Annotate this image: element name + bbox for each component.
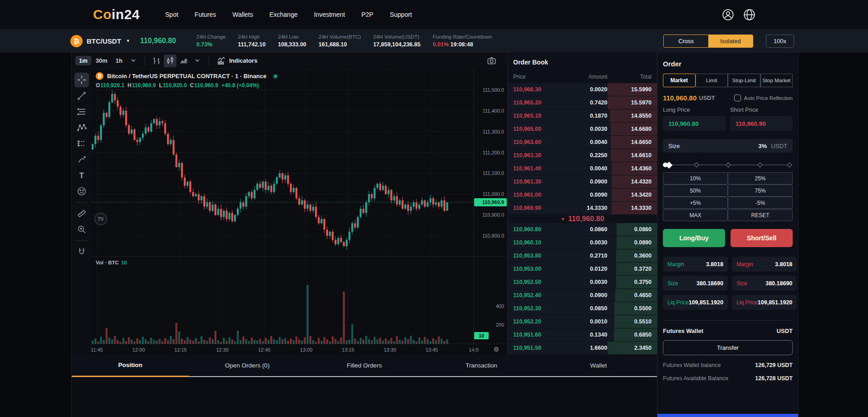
ticker-stat: Funding Rate/Countdown0.01% 19:08:48	[433, 34, 492, 48]
size-button-max[interactable]: MAX	[663, 209, 728, 221]
tab-filled-orders[interactable]: Filled Orders	[306, 354, 423, 377]
magnet-icon[interactable]	[74, 244, 89, 259]
tab-position[interactable]: Position	[72, 354, 189, 377]
style-more-chevron-icon[interactable]	[191, 55, 204, 67]
nav-item-wallets[interactable]: Wallets	[232, 11, 253, 18]
logo[interactable]: Coin24	[93, 7, 140, 22]
language-globe-icon[interactable]	[743, 9, 755, 21]
ask-row[interactable]: 110,965.000.003014.6680	[508, 123, 657, 135]
ask-row[interactable]: 110,961.300.090014.4320	[508, 175, 657, 188]
bar-chart-icon[interactable]	[150, 55, 163, 67]
nav-item-p2p[interactable]: P2P	[361, 11, 373, 18]
timeframe-more-chevron-icon[interactable]	[127, 55, 140, 67]
order-type-limit[interactable]: Limit	[696, 74, 728, 87]
short-sell-button[interactable]: Short/Sell	[731, 229, 793, 247]
emoji-icon[interactable]	[74, 184, 89, 199]
size-percent: 3%	[758, 143, 767, 149]
leverage-button[interactable]: 100x	[766, 35, 794, 48]
current-price-row[interactable]: ▼ 110,960.80	[508, 215, 657, 223]
order-type-tabs: MarketLimitStop-LimitStop Market	[663, 74, 793, 87]
isolated-button[interactable]: Isolated	[708, 35, 753, 47]
crosshair-icon[interactable]	[74, 73, 89, 87]
bid-row[interactable]: 110,960.800.08600.0860	[508, 223, 657, 236]
slider-stop-50[interactable]	[726, 162, 731, 167]
order-type-market[interactable]: Market	[663, 74, 696, 87]
bid-row[interactable]: 110,952.500.00300.3750	[508, 276, 657, 288]
tradingview-watermark[interactable]: TV	[94, 213, 107, 225]
candles-icon[interactable]	[164, 55, 177, 67]
ask-row[interactable]: 110,960.9014.333014.3330	[508, 202, 657, 214]
order-type-stop-limit[interactable]: Stop-Limit	[728, 74, 760, 87]
size-button--5-[interactable]: -5%	[728, 197, 793, 209]
ask-row[interactable]: 110,965.100.187014.8550	[508, 109, 657, 122]
brush-icon[interactable]	[74, 152, 89, 167]
timeframe-1m[interactable]: 1m	[75, 56, 91, 65]
bid-row[interactable]: 110,951.501.66002.3450	[508, 342, 657, 354]
area-chart-icon[interactable]	[177, 55, 190, 67]
account-icon[interactable]	[722, 9, 734, 21]
zoom-in-icon[interactable]	[74, 222, 89, 237]
nav-item-investment[interactable]: Investment	[314, 11, 345, 18]
transfer-button[interactable]: Transfer	[663, 340, 793, 355]
ask-row[interactable]: 110,961.000.009014.3420	[508, 189, 657, 201]
slider-stop-100[interactable]	[787, 162, 792, 167]
trend-line-icon[interactable]	[74, 89, 89, 103]
nav-item-spot[interactable]: Spot	[165, 11, 178, 18]
bid-row[interactable]: 110,960.100.00300.0890	[508, 236, 657, 249]
bid-row[interactable]: 110,953.800.27100.3600	[508, 249, 657, 262]
pair-selector[interactable]: ₿ BTC/USDT ▼	[70, 35, 130, 47]
screenshot-camera-icon[interactable]	[487, 56, 496, 65]
size-quick-buttons: 10%25%50%75%+5%-5%MAXRESET	[663, 172, 793, 221]
auto-price-reflection[interactable]: Auto Price Reflection	[734, 94, 793, 101]
ask-row[interactable]: 110,963.300.225014.6610	[508, 149, 657, 162]
long-buy-button[interactable]: Long/Buy	[663, 229, 725, 247]
candlestick-chart[interactable]: 111,500.0111,400.0111,300.0111,200.0111,…	[91, 69, 507, 354]
timeframe-1h[interactable]: 1h	[112, 56, 126, 65]
tab-wallet[interactable]: Wallet	[540, 354, 657, 377]
text-icon[interactable]: T	[74, 168, 89, 183]
long-position-icon[interactable]	[74, 136, 89, 151]
slider-stop-25[interactable]	[694, 162, 699, 167]
main-nav: SpotFuturesWalletsExchangeInvestmentP2PS…	[165, 11, 412, 18]
bid-row[interactable]: 110,952.300.08500.5500	[508, 302, 657, 315]
legend-status-dot[interactable]	[273, 74, 278, 79]
bid-row[interactable]: 110,953.000.01200.3720	[508, 263, 657, 275]
size-button-10-[interactable]: 10%	[663, 172, 728, 184]
slider-stop-75[interactable]	[758, 162, 763, 167]
ask-row[interactable]: 110,965.200.742015.5970	[508, 96, 657, 109]
ask-row[interactable]: 110,966.300.002015.5990	[508, 83, 657, 96]
size-button--5-[interactable]: +5%	[663, 197, 728, 209]
cross-button[interactable]: Cross	[664, 35, 708, 47]
chart-canvas[interactable]: 111,500.0111,400.0111,300.0111,200.0111,…	[91, 69, 507, 354]
auto-price-checkbox[interactable]	[734, 94, 741, 101]
stat-value: 111,742.10	[238, 41, 265, 48]
svg-text:11:45: 11:45	[91, 347, 103, 352]
tab-transaction[interactable]: Transaction	[423, 354, 540, 377]
size-button-reset[interactable]: RESET	[728, 209, 793, 221]
bid-row[interactable]: 110,951.600.13400.6850	[508, 328, 657, 341]
svg-text:12:00: 12:00	[132, 347, 145, 352]
long-price-label: Long Price	[663, 107, 726, 113]
fib-retracement-icon[interactable]	[74, 104, 89, 119]
short-price-input[interactable]: 110,960.90	[730, 116, 793, 131]
timeframe-30m[interactable]: 30m	[92, 56, 111, 65]
nav-item-futures[interactable]: Futures	[195, 11, 216, 18]
size-button-50-[interactable]: 50%	[663, 184, 728, 197]
nav-item-support[interactable]: Support	[390, 11, 412, 18]
order-type-stop-market[interactable]: Stop Market	[760, 74, 793, 87]
size-button-75-[interactable]: 75%	[728, 184, 793, 197]
ask-row[interactable]: 110,963.600.004014.6650	[508, 136, 657, 149]
indicators-button[interactable]: Indicators	[217, 56, 257, 65]
ruler-icon[interactable]	[74, 206, 89, 221]
xabcd-pattern-icon[interactable]	[74, 120, 89, 135]
ask-row[interactable]: 110,961.400.004014.4360	[508, 162, 657, 175]
long-price-input[interactable]: 110,960.80	[663, 116, 726, 131]
bid-row[interactable]: 110,952.400.09000.4650	[508, 289, 657, 302]
nav-item-exchange[interactable]: Exchange	[270, 11, 298, 18]
axis-settings-gear-icon[interactable]: ⚙	[493, 346, 499, 353]
bid-row[interactable]: 110,952.200.00100.5510	[508, 315, 657, 328]
tab-open-orders-0-[interactable]: Open Orders (0)	[189, 354, 306, 377]
size-slider[interactable]	[664, 161, 791, 169]
size-button-25-[interactable]: 25%	[728, 172, 793, 184]
svg-text:13:00: 13:00	[300, 347, 313, 352]
